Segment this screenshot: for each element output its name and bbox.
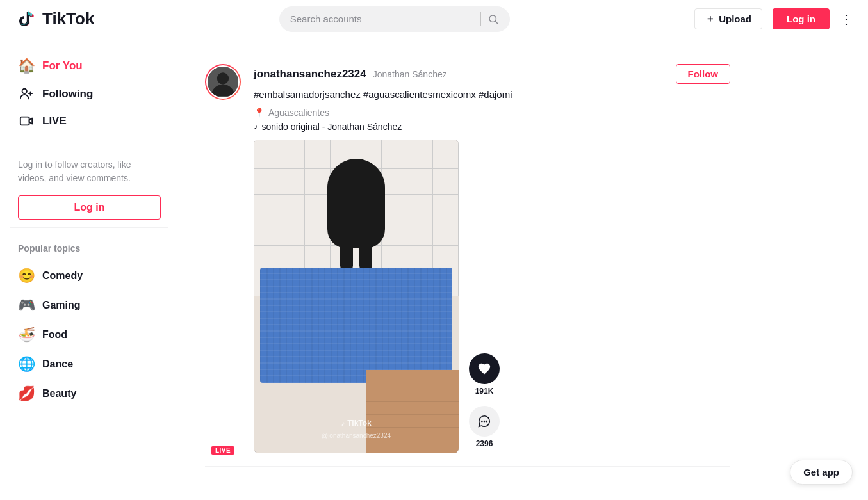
music-icon: ♪ [254, 122, 258, 131]
dance-icon: 🌐 [18, 356, 35, 373]
search-button[interactable] [487, 13, 499, 25]
cat-leg-right [359, 239, 372, 271]
like-circle [469, 353, 500, 384]
header-right: ＋ Upload Log in ⋮ [694, 8, 853, 29]
main-content: LIVE jonathansanchez2324 Jonathan Sánche… [179, 38, 756, 500]
video-sound[interactable]: ♪ sonido original - Jonathan Sánchez [254, 122, 730, 132]
account-watermark: @jonathansanchez2324 [322, 432, 391, 439]
likes-count: 191K [475, 387, 494, 396]
video-description: #embalsamadorjsanchez #aguascalientesmex… [254, 88, 730, 102]
header: TikTok ＋ Upload Log in ⋮ [0, 0, 868, 38]
svg-point-6 [481, 420, 483, 422]
sound-text: sonido original - Jonathan Sánchez [262, 122, 402, 132]
sidebar-divider-1 [10, 145, 168, 145]
video-header: jonathansanchez2324 Jonathan Sánchez Fol… [254, 64, 730, 84]
cat-body [327, 159, 385, 248]
tiktok-watermark: ♪ TikTok [341, 419, 372, 428]
upload-button[interactable]: ＋ Upload [694, 8, 762, 29]
more-options-button[interactable]: ⋮ [840, 12, 853, 27]
video-scene: ♪ TikTok @jonathansanchez2324 [254, 140, 459, 453]
topic-food-label: Food [42, 329, 67, 341]
search-input[interactable] [290, 13, 474, 24]
comment-icon [477, 414, 491, 428]
avatar-wrapper[interactable]: LIVE [205, 64, 241, 453]
live-label: LIVE [42, 115, 67, 127]
video-player-area: ♪ TikTok @jonathansanchez2324 [254, 140, 730, 453]
page-layout: 🏠 For You Following [0, 38, 868, 500]
following-label: Following [42, 88, 93, 101]
svg-rect-0 [15, 8, 37, 30]
search-divider [480, 12, 481, 26]
topic-dance-label: Dance [42, 359, 73, 370]
cat-leg-left [340, 239, 353, 271]
sidebar-login-button[interactable]: Log in [18, 195, 161, 220]
blue-towel [260, 268, 452, 383]
logo[interactable]: TikTok [15, 8, 94, 30]
upload-label: Upload [719, 13, 751, 24]
svg-point-2 [22, 89, 27, 93]
live-icon [18, 114, 35, 128]
upload-plus-icon: ＋ [705, 13, 715, 25]
comments-count: 2396 [476, 439, 493, 448]
topic-gaming-label: Gaming [42, 300, 81, 311]
more-icon: ⋮ [840, 12, 853, 27]
video-user: jonathansanchez2324 Jonathan Sánchez [254, 68, 447, 81]
svg-point-5 [217, 72, 229, 84]
topic-comedy-label: Comedy [42, 270, 83, 282]
avatar-image [208, 65, 238, 99]
home-icon: 🏠 [18, 58, 35, 74]
topic-item-comedy[interactable]: 😊 Comedy [18, 261, 161, 291]
follow-button[interactable]: Follow [676, 64, 731, 84]
sidebar: 🏠 For You Following [0, 38, 179, 500]
popular-topics-section: Popular topics 😊 Comedy 🎮 Gaming 🍜 Food … [10, 236, 168, 408]
svg-rect-3 [20, 117, 29, 125]
comedy-icon: 😊 [18, 268, 35, 284]
tiktok-logo-icon [15, 8, 37, 30]
avatar-ring [205, 64, 241, 100]
search-bar[interactable] [279, 6, 510, 32]
video-thumbnail[interactable]: ♪ TikTok @jonathansanchez2324 [254, 140, 459, 453]
video-desc-text: #embalsamadorjsanchez #aguascalientesmex… [254, 89, 512, 100]
username[interactable]: jonathansanchez2324 [254, 68, 366, 81]
tiktok-wm-text: TikTok [347, 419, 372, 428]
comment-button[interactable]: 2396 [469, 406, 500, 448]
sidebar-item-live[interactable]: LIVE [10, 108, 168, 134]
beauty-icon: 💋 [18, 385, 35, 402]
avatar [206, 65, 240, 99]
get-app-button[interactable]: Get app [790, 460, 853, 485]
topic-item-dance[interactable]: 🌐 Dance [18, 350, 161, 379]
logo-text: TikTok [42, 9, 94, 29]
for-you-label: For You [42, 60, 83, 72]
sidebar-divider-2 [10, 227, 168, 228]
sidebar-item-following[interactable]: Following [10, 81, 168, 108]
gaming-icon: 🎮 [18, 297, 35, 314]
topic-item-gaming[interactable]: 🎮 Gaming [18, 291, 161, 320]
header-login-button[interactable]: Log in [773, 8, 830, 29]
following-icon [18, 87, 35, 101]
sidebar-nav: 🏠 For You Following [10, 51, 168, 134]
food-icon: 🍜 [18, 327, 35, 343]
login-prompt-text: Log in to follow creators, like videos, … [10, 153, 168, 195]
search-icon [487, 13, 499, 25]
wood-floor [366, 370, 459, 453]
tiktok-wm-icon: ♪ [341, 419, 345, 428]
svg-point-7 [484, 420, 486, 422]
topic-item-beauty[interactable]: 💋 Beauty [18, 379, 161, 408]
heart-icon [477, 362, 491, 376]
display-name: Jonathan Sánchez [373, 69, 447, 79]
like-button[interactable]: 191K [469, 353, 500, 396]
popular-topics-title: Popular topics [18, 243, 161, 254]
topic-item-food[interactable]: 🍜 Food [18, 320, 161, 350]
topic-beauty-label: Beauty [42, 388, 76, 399]
video-location: 📍 Aguascalientes [254, 108, 730, 118]
floor-texture [366, 370, 459, 453]
location-icon: 📍 [254, 108, 265, 118]
video-actions: 191K 2396 [469, 353, 500, 453]
video-info: jonathansanchez2324 Jonathan Sánchez Fol… [254, 64, 730, 453]
svg-point-8 [486, 420, 487, 422]
location-text: Aguascalientes [268, 108, 329, 118]
sidebar-item-for-you[interactable]: 🏠 For You [10, 51, 168, 81]
live-badge: LIVE [211, 446, 234, 455]
comment-circle [469, 406, 500, 437]
video-card: LIVE jonathansanchez2324 Jonathan Sánche… [205, 51, 730, 467]
